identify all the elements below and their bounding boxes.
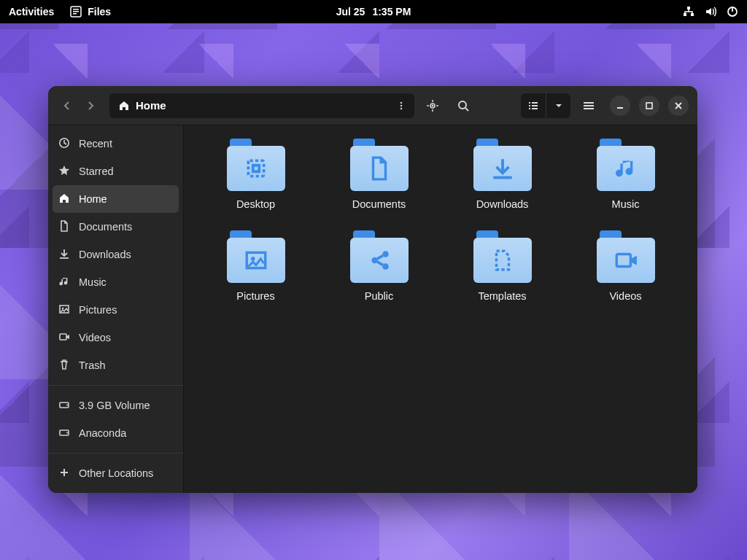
folder-videos[interactable]: Videos: [573, 230, 678, 302]
folder-label: Downloads: [476, 198, 529, 210]
svg-point-40: [382, 251, 389, 257]
svg-point-41: [382, 263, 389, 270]
titlebar: Home: [48, 86, 697, 125]
appmenu-files[interactable]: Files: [70, 6, 111, 18]
svg-rect-15: [529, 102, 530, 104]
sidebar-separator: [48, 385, 183, 386]
svg-rect-23: [584, 108, 594, 109]
sidebar-item-music[interactable]: Music: [48, 268, 183, 296]
folder-downloads[interactable]: Downloads: [449, 139, 555, 210]
caret-down-icon: [554, 101, 563, 110]
folder-icon: [597, 230, 655, 283]
svg-rect-21: [584, 102, 594, 104]
svg-point-9: [400, 101, 403, 104]
sidebar-item-label: Anaconda: [79, 427, 126, 439]
svg-point-10: [400, 104, 403, 106]
doc-icon: [58, 220, 70, 234]
sidebar-item-label: Starred: [79, 166, 114, 177]
svg-point-14: [459, 101, 466, 109]
hamburger-menu-button[interactable]: [576, 93, 601, 118]
pic-icon: [58, 303, 70, 317]
nav-forward-button[interactable]: [80, 94, 101, 117]
sidebar-item-documents[interactable]: Documents: [48, 213, 183, 241]
nav-back-button[interactable]: [57, 94, 77, 117]
star-icon: [58, 165, 70, 179]
folder-label: Desktop: [236, 198, 275, 210]
folder-label: Pictures: [236, 290, 274, 302]
clock-icon: [58, 137, 70, 151]
locate-icon: [426, 99, 439, 112]
folder-label: Videos: [609, 290, 641, 302]
sidebar-volume[interactable]: Anaconda: [48, 419, 183, 447]
topbar-date: Jul 25: [336, 6, 365, 18]
gnome-topbar: Activities Files Jul 25 1:35 PM: [0, 0, 747, 23]
sidebar-item-trash[interactable]: Trash: [48, 351, 183, 379]
folder-public[interactable]: Public: [326, 230, 432, 302]
music-icon: [58, 276, 70, 289]
pathbar[interactable]: Home: [109, 93, 414, 118]
activities-button[interactable]: Activities: [9, 6, 54, 18]
sidebar-item-label: Music: [79, 276, 107, 288]
list-icon: [527, 100, 539, 112]
sidebar-item-label: Trash: [79, 359, 106, 371]
folder-icon: [350, 230, 409, 283]
topbar-time: 1:35 PM: [372, 6, 411, 18]
svg-rect-6: [691, 13, 694, 16]
network-icon[interactable]: [683, 6, 694, 18]
svg-rect-24: [617, 107, 623, 109]
sidebar-item-label: Pictures: [79, 304, 117, 316]
sidebar-item-label: Recent: [79, 138, 112, 149]
svg-point-39: [371, 257, 378, 264]
volume-icon[interactable]: [705, 6, 716, 18]
svg-point-29: [62, 307, 64, 309]
folder-icon: [227, 139, 285, 191]
hamburger-icon: [582, 99, 595, 112]
folder-pictures[interactable]: Pictures: [203, 230, 309, 302]
appmenu-label: Files: [88, 6, 111, 18]
folder-label: Music: [612, 198, 640, 210]
kebab-icon: [396, 101, 406, 111]
folder-label: Public: [365, 290, 394, 302]
sidebar-item-downloads[interactable]: Downloads: [48, 241, 183, 268]
folder-icon: [350, 139, 409, 191]
list-view-button[interactable]: [521, 93, 546, 118]
locate-button[interactable]: [420, 93, 445, 118]
sidebar-item-home[interactable]: Home: [53, 185, 179, 213]
folder-icon: [473, 230, 532, 283]
folder-icon: [597, 139, 655, 191]
maximize-button[interactable]: [639, 96, 659, 116]
maximize-icon: [645, 101, 654, 110]
search-button[interactable]: [451, 93, 476, 118]
sidebar-other-locations[interactable]: Other Locations: [48, 459, 183, 487]
clock-area[interactable]: Jul 25 1:35 PM: [336, 6, 411, 18]
minimize-button[interactable]: [610, 96, 630, 116]
sidebar-separator: [48, 453, 183, 454]
svg-rect-42: [616, 254, 630, 267]
content-area[interactable]: Desktop Documents Downloads Music Pictur…: [184, 125, 697, 493]
folder-icon: [473, 139, 532, 191]
svg-rect-3: [73, 13, 77, 15]
sidebar-volume[interactable]: 3.9 GB Volume: [48, 392, 183, 419]
sidebar-item-pictures[interactable]: Pictures: [48, 296, 183, 324]
sidebar-item-videos[interactable]: Videos: [48, 324, 183, 351]
folder-icon: [227, 230, 285, 283]
view-options-button[interactable]: [546, 93, 570, 118]
svg-rect-2: [73, 11, 79, 12]
sidebar-item-starred[interactable]: Starred: [48, 158, 183, 185]
folder-templates[interactable]: Templates: [449, 230, 555, 302]
trash-icon: [58, 359, 70, 373]
close-button[interactable]: [668, 96, 689, 116]
folder-label: Templates: [478, 290, 526, 302]
folder-desktop[interactable]: Desktop: [203, 139, 309, 210]
power-icon[interactable]: [727, 6, 738, 18]
folder-documents[interactable]: Documents: [326, 139, 432, 210]
sidebar-item-recent[interactable]: Recent: [48, 130, 183, 158]
pathbar-menu-button[interactable]: [391, 96, 411, 116]
search-icon: [457, 99, 470, 112]
down-icon: [58, 248, 70, 262]
files-window: Home RecentStarredHomeDocumentsDownloads…: [48, 86, 697, 493]
sidebar-item-label: Home: [79, 193, 107, 205]
chevron-left-icon: [62, 101, 72, 111]
svg-point-34: [66, 432, 68, 433]
folder-music[interactable]: Music: [573, 139, 678, 210]
